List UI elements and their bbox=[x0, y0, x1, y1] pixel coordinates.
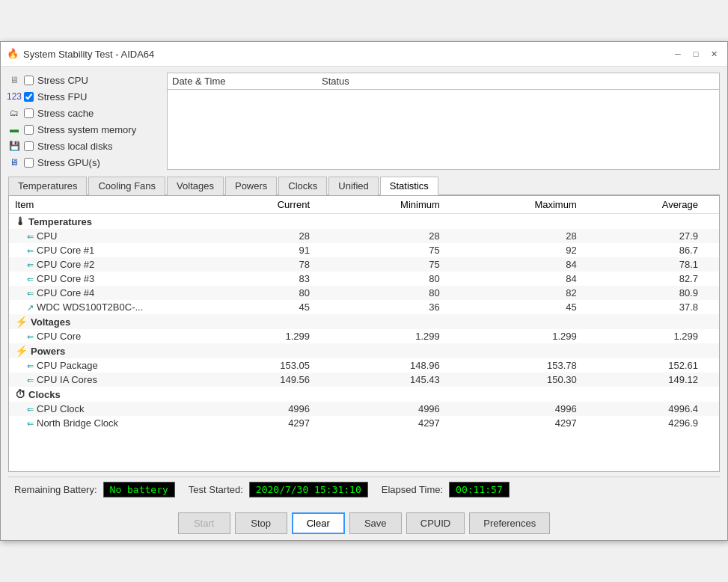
tab-statistics[interactable]: Statistics bbox=[380, 177, 438, 195]
save-button[interactable]: Save bbox=[349, 512, 402, 534]
preferences-button[interactable]: Preferences bbox=[469, 512, 550, 534]
stress-cache-label: Stress cache bbox=[37, 108, 94, 119]
tab-powers[interactable]: Powers bbox=[225, 177, 277, 195]
col-spacer bbox=[704, 196, 719, 214]
titlebar: 🔥 System Stability Test - AIDA64 ─ □ ✕ bbox=[1, 42, 727, 67]
main-content: 🖥 Stress CPU 123 Stress FPU 🗂 Stress cac… bbox=[1, 67, 727, 508]
start-button[interactable]: Start bbox=[178, 512, 230, 534]
stress-disk-label: Stress local disks bbox=[37, 141, 112, 152]
stress-disk-item: 💾 Stress local disks bbox=[8, 138, 158, 153]
tab-unified[interactable]: Unified bbox=[328, 177, 378, 195]
table-row: ⇐CPU Core #191759286.7 bbox=[9, 243, 719, 257]
col-maximum: Maximum bbox=[446, 196, 583, 214]
stress-cpu-item: 🖥 Stress CPU bbox=[8, 73, 158, 88]
stress-memory-label: Stress system memory bbox=[37, 124, 136, 135]
stress-memory-checkbox[interactable] bbox=[24, 125, 34, 135]
status-bar: Remaining Battery: No battery Test Start… bbox=[8, 477, 720, 502]
tab-voltages[interactable]: Voltages bbox=[167, 177, 224, 195]
stress-options: 🖥 Stress CPU 123 Stress FPU 🗂 Stress cac… bbox=[8, 73, 158, 170]
col-current: Current bbox=[204, 196, 316, 214]
stress-gpu-checkbox[interactable] bbox=[24, 158, 34, 168]
table-row: ⇐CPU Core #480808280.9 bbox=[9, 286, 719, 300]
cpuid-button[interactable]: CPUID bbox=[406, 512, 465, 534]
started-label: Test Started: bbox=[189, 484, 243, 495]
table-row: ⇐CPU Clock4996499649964996.4 bbox=[9, 402, 719, 416]
cache-icon: 🗂 bbox=[8, 107, 20, 119]
log-col-datetime: Date & Time bbox=[172, 76, 322, 87]
table-row: ↗WDC WDS100T2B0C-...45364537.8 bbox=[9, 300, 719, 314]
table-row: ⇐CPU28282827.9 bbox=[9, 229, 719, 243]
elapsed-label: Elapsed Time: bbox=[382, 484, 443, 495]
data-table-wrapper[interactable]: Item Current Minimum Maximum Average 🌡Te… bbox=[9, 196, 719, 471]
table-row: ⇐North Bridge Clock4297429742974296.9 bbox=[9, 416, 719, 430]
stress-fpu-checkbox[interactable] bbox=[24, 92, 34, 102]
main-window: 🔥 System Stability Test - AIDA64 ─ □ ✕ 🖥… bbox=[0, 41, 728, 541]
table-row: ⇐CPU Core #383808482.7 bbox=[9, 272, 719, 286]
started-value: 2020/7/30 15:31:10 bbox=[249, 482, 368, 497]
app-icon: 🔥 bbox=[7, 48, 19, 60]
stress-fpu-label: Stress FPU bbox=[37, 91, 87, 102]
table-row: ⚡Voltages bbox=[9, 314, 719, 329]
stress-fpu-item: 123 Stress FPU bbox=[8, 89, 158, 104]
table-row: 🌡Temperatures bbox=[9, 214, 719, 230]
memory-icon: ▬ bbox=[8, 123, 20, 135]
log-header: Date & Time Status bbox=[168, 73, 719, 90]
window-controls: ─ □ ✕ bbox=[670, 46, 721, 61]
minimize-button[interactable]: ─ bbox=[670, 46, 685, 61]
data-panel: Item Current Minimum Maximum Average 🌡Te… bbox=[8, 195, 720, 472]
clear-button[interactable]: Clear bbox=[292, 512, 345, 534]
stress-cache-checkbox[interactable] bbox=[24, 108, 34, 118]
tab-temperatures[interactable]: Temperatures bbox=[8, 177, 87, 195]
stress-gpu-item: 🖥 Stress GPU(s) bbox=[8, 155, 158, 170]
col-minimum: Minimum bbox=[316, 196, 446, 214]
cpu-icon: 🖥 bbox=[8, 74, 20, 86]
stress-cpu-checkbox[interactable] bbox=[24, 76, 34, 85]
tabs-bar: Temperatures Cooling Fans Voltages Power… bbox=[8, 176, 720, 195]
stress-disk-checkbox[interactable] bbox=[24, 141, 34, 151]
col-item: Item bbox=[9, 196, 204, 214]
battery-value: No battery bbox=[103, 482, 175, 497]
window-title: System Stability Test - AIDA64 bbox=[23, 49, 154, 60]
table-row: ⇐CPU Package153.05148.96153.78152.61 bbox=[9, 358, 719, 373]
stop-button[interactable]: Stop bbox=[235, 512, 287, 534]
battery-label: Remaining Battery: bbox=[14, 484, 97, 495]
table-row: ⇐CPU Core #278758478.1 bbox=[9, 257, 719, 272]
maximize-button[interactable]: □ bbox=[688, 46, 703, 61]
tab-clocks[interactable]: Clocks bbox=[278, 177, 327, 195]
table-row: ⇐CPU Core1.2991.2991.2991.299 bbox=[9, 329, 719, 343]
tab-cooling[interactable]: Cooling Fans bbox=[88, 177, 165, 195]
log-table: Date & Time Status bbox=[167, 73, 720, 170]
log-col-status: Status bbox=[322, 76, 349, 87]
table-row: ⏱Clocks bbox=[9, 387, 719, 402]
table-row: ⇐CPU IA Cores149.56145.43150.30149.12 bbox=[9, 373, 719, 387]
elapsed-value: 00:11:57 bbox=[449, 482, 510, 497]
table-body: 🌡Temperatures⇐CPU28282827.9⇐CPU Core #19… bbox=[9, 214, 719, 431]
fpu-icon: 123 bbox=[8, 91, 20, 102]
stress-cpu-label: Stress CPU bbox=[37, 75, 88, 86]
close-button[interactable]: ✕ bbox=[706, 46, 721, 61]
table-header-row: Item Current Minimum Maximum Average bbox=[9, 196, 719, 214]
col-average: Average bbox=[583, 196, 704, 214]
statistics-table: Item Current Minimum Maximum Average 🌡Te… bbox=[9, 196, 719, 430]
top-section: 🖥 Stress CPU 123 Stress FPU 🗂 Stress cac… bbox=[8, 73, 720, 170]
titlebar-left: 🔥 System Stability Test - AIDA64 bbox=[7, 48, 154, 60]
stress-memory-item: ▬ Stress system memory bbox=[8, 122, 158, 137]
disk-icon: 💾 bbox=[8, 140, 20, 152]
buttons-bar: Start Stop Clear Save CPUID Preferences bbox=[1, 508, 727, 540]
stress-gpu-label: Stress GPU(s) bbox=[37, 157, 100, 168]
table-row: ⚡Powers bbox=[9, 343, 719, 358]
stress-cache-item: 🗂 Stress cache bbox=[8, 105, 158, 120]
gpu-icon: 🖥 bbox=[8, 156, 20, 168]
